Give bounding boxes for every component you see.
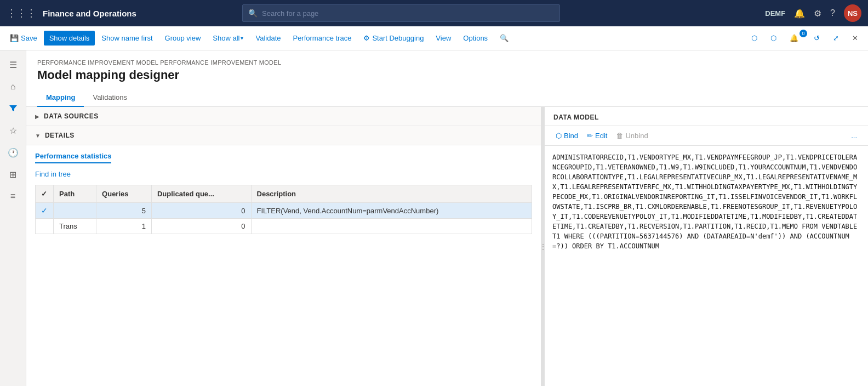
show-details-button[interactable]: Show details: [44, 31, 95, 46]
page-tabs: Mapping Validations: [26, 89, 868, 107]
col-header-description: Description: [251, 185, 532, 203]
sidebar-list-icon[interactable]: ≡: [3, 186, 23, 206]
table-row[interactable]: ✓ 5 0 FILTER(Vend, Vend.AccountNum=parmV…: [36, 203, 532, 219]
tab-mapping[interactable]: Mapping: [37, 89, 84, 107]
help-icon[interactable]: ?: [830, 8, 835, 18]
bind-button[interactable]: ⬡ Bind: [553, 130, 580, 141]
app-grid-icon[interactable]: ⋮⋮⋮: [7, 7, 36, 19]
command-search-button[interactable]: 🔍: [494, 31, 514, 46]
col-header-dup-queries: Duplicated que...: [151, 185, 251, 203]
sidebar-recent-icon[interactable]: 🕐: [3, 143, 23, 162]
settings-icon[interactable]: ⚙: [814, 8, 821, 19]
save-icon: 💾: [10, 34, 19, 42]
more-actions-button[interactable]: ...: [849, 130, 859, 141]
group-view-button[interactable]: Group view: [159, 31, 207, 46]
row-check-1: ✓: [36, 203, 54, 219]
sidebar-home-icon[interactable]: ⌂: [3, 77, 23, 96]
bind-label: Bind: [564, 132, 578, 140]
save-label: Save: [21, 34, 37, 42]
left-panel: ▶ DATA SOURCES ▼ DETAILS Performance sta…: [26, 107, 541, 386]
details-section-header[interactable]: ▼ DETAILS: [26, 126, 541, 145]
edit-label: Edit: [595, 132, 607, 140]
command-bar-right: ⬡ ⬡ 🔔0 ↺ ⤢ ✕: [746, 31, 864, 46]
show-details-label: Show details: [49, 34, 90, 42]
row-description-1: FILTER(Vend, Vend.AccountNum=parmVendAcc…: [251, 203, 532, 219]
find-in-tree-link[interactable]: Find in tree: [35, 170, 71, 178]
options-label: Options: [463, 34, 488, 42]
row-check-2: [36, 219, 54, 234]
unbind-icon: 🗑: [616, 132, 623, 140]
validate-label: Validate: [255, 34, 281, 42]
options-button[interactable]: Options: [458, 31, 493, 46]
notifications-icon[interactable]: 🔔: [794, 8, 805, 19]
row-path-2[interactable]: Trans: [54, 219, 96, 234]
sql-text-panel[interactable]: ADMINISTRATORRECID,T1.VENDORTYPE_MX,T1.V…: [545, 146, 868, 386]
edit-button[interactable]: ✏ Edit: [585, 130, 609, 141]
search-input[interactable]: [262, 9, 554, 18]
show-name-first-button[interactable]: Show name first: [96, 31, 158, 46]
right-panel: DATA MODEL ⬡ Bind ✏ Edit 🗑 Unbind: [545, 107, 868, 386]
data-model-header: DATA MODEL: [545, 107, 868, 126]
content-split: ▶ DATA SOURCES ▼ DETAILS Performance sta…: [26, 107, 868, 386]
more-icon: ...: [851, 132, 857, 140]
table-row[interactable]: Trans 1 0: [36, 219, 532, 234]
tab-validations[interactable]: Validations: [84, 89, 136, 107]
details-content: Performance statistics Find in tree ✓ Pa…: [26, 145, 541, 241]
sidebar-hamburger-icon[interactable]: ☰: [3, 55, 23, 75]
extension-icon[interactable]: ⬡: [765, 31, 782, 46]
data-sources-section-header[interactable]: ▶ DATA SOURCES: [26, 107, 541, 126]
sidebar-filter-icon[interactable]: [3, 99, 23, 118]
col-header-check: ✓: [36, 185, 54, 203]
app-title: Finance and Operations: [43, 9, 136, 18]
refresh-icon[interactable]: ↺: [808, 31, 825, 46]
save-button[interactable]: 💾 Save: [4, 31, 43, 46]
col-header-path: Path: [54, 185, 96, 203]
search-bar: 🔍: [242, 4, 560, 22]
row-description-2: [251, 219, 532, 234]
show-all-button[interactable]: Show all ▾: [207, 31, 249, 46]
command-search-icon: 🔍: [500, 34, 509, 42]
row-queries-1: 5: [96, 203, 152, 219]
notification-badge[interactable]: 🔔0: [784, 31, 806, 46]
command-bar: 💾 Save Show details Show name first Grou…: [0, 26, 868, 50]
environment-name: DEMF: [765, 9, 785, 18]
view-label: View: [436, 34, 451, 42]
data-sources-toggle-icon: ▶: [35, 113, 39, 120]
details-toggle-icon: ▼: [35, 133, 41, 139]
unbind-button[interactable]: 🗑 Unbind: [614, 130, 650, 141]
debug-icon: ⚙: [363, 34, 370, 42]
sql-text: ADMINISTRATORRECID,T1.VENDORTYPE_MX,T1.V…: [552, 154, 857, 250]
unbind-label: Unbind: [625, 132, 648, 140]
row-dup-queries-1: 0: [151, 203, 251, 219]
top-navigation: ⋮⋮⋮ Finance and Operations 🔍 DEMF 🔔 ⚙ ? …: [0, 0, 868, 26]
start-debugging-label: Start Debugging: [372, 34, 424, 42]
group-view-label: Group view: [165, 34, 201, 42]
performance-trace-label: Performance trace: [293, 34, 351, 42]
row-dup-queries-2: 0: [151, 219, 251, 234]
breadcrumb: PERFORMANCE IMPROVEMENT MODEL PERFORMANC…: [26, 50, 868, 68]
favorites-icon[interactable]: ⬡: [746, 31, 763, 46]
open-external-icon[interactable]: ⤢: [827, 31, 844, 46]
validate-button[interactable]: Validate: [250, 31, 286, 46]
avatar[interactable]: NS: [844, 4, 861, 22]
col-header-queries: Queries: [96, 185, 152, 203]
performance-table: ✓ Path Queries Duplicated que... Descrip…: [35, 185, 532, 234]
close-window-icon[interactable]: ✕: [847, 31, 864, 46]
edit-icon: ✏: [587, 132, 593, 140]
row-path-1: [54, 203, 96, 219]
data-sources-title: DATA SOURCES: [44, 112, 99, 120]
checkmark-icon: ✓: [41, 206, 48, 215]
search-icon: 🔍: [248, 9, 258, 18]
page-layout: ☰ ⌂ ☆ 🕐 ⊞ ≡ PERFORMANCE IMPROVEMENT MODE…: [0, 50, 868, 386]
left-sidebar: ☰ ⌂ ☆ 🕐 ⊞ ≡: [0, 50, 26, 386]
bind-icon: ⬡: [556, 132, 562, 140]
view-button[interactable]: View: [430, 31, 456, 46]
sidebar-star-icon[interactable]: ☆: [3, 121, 23, 140]
performance-trace-button[interactable]: Performance trace: [287, 31, 357, 46]
details-title: DETAILS: [45, 132, 75, 139]
sidebar-workspace-icon[interactable]: ⊞: [3, 164, 23, 184]
show-all-label: Show all: [213, 34, 239, 42]
start-debugging-button[interactable]: ⚙ Start Debugging: [358, 31, 429, 46]
data-model-actions: ⬡ Bind ✏ Edit 🗑 Unbind ...: [545, 126, 868, 146]
page-title: Model mapping designer: [26, 68, 868, 89]
